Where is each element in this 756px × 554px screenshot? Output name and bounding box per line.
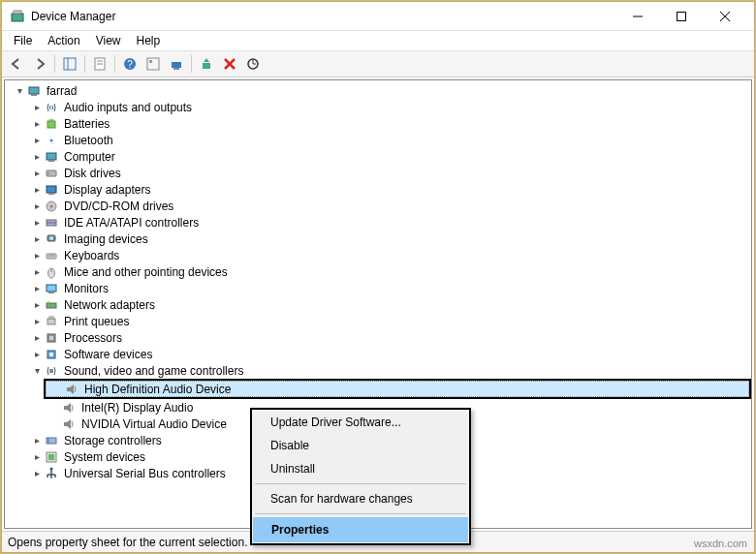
- svg-rect-22: [31, 94, 37, 96]
- expand-icon[interactable]: ▸: [30, 298, 44, 312]
- svg-rect-42: [47, 285, 56, 292]
- svg-rect-6: [64, 58, 76, 70]
- forward-button[interactable]: [29, 53, 50, 75]
- menu-view[interactable]: View: [88, 33, 129, 48]
- category-icon: [44, 231, 59, 247]
- expand-icon[interactable]: ▸: [30, 134, 44, 147]
- tree-category: ▸Batteries: [26, 115, 751, 132]
- svg-rect-44: [47, 303, 56, 308]
- svg-rect-17: [203, 63, 210, 69]
- expand-icon[interactable]: ▸: [30, 450, 44, 464]
- svg-rect-55: [64, 422, 67, 426]
- tree-category: ▸IDE ATA/ATAPI controllers: [26, 214, 751, 231]
- maximize-button[interactable]: [659, 3, 703, 30]
- expand-icon[interactable]: ▸: [30, 348, 44, 361]
- category-icon: [44, 248, 59, 263]
- tree-item[interactable]: ▸Network adapters: [26, 296, 751, 313]
- show-hide-tree-button[interactable]: [59, 53, 80, 75]
- tree-item[interactable]: ▸Print queues: [26, 313, 751, 329]
- expand-icon[interactable]: ▸: [30, 232, 44, 246]
- tree-item[interactable]: ▸IDE ATA/ATAPI controllers: [26, 214, 751, 231]
- expand-icon[interactable]: ▸: [30, 467, 44, 480]
- toolbar-separator: [191, 55, 192, 73]
- tree-item[interactable]: ▸Mice and other pointing devices: [26, 263, 751, 280]
- expand-icon[interactable]: ▸: [30, 117, 44, 131]
- close-button[interactable]: [703, 3, 746, 30]
- tree-device[interactable]: High Definition Audio Device: [46, 381, 749, 397]
- tree-item[interactable]: ▸Monitors: [26, 280, 751, 296]
- tree-item[interactable]: ▸Computer: [26, 148, 751, 165]
- svg-rect-54: [64, 406, 67, 410]
- context-properties[interactable]: Properties: [253, 517, 468, 542]
- svg-rect-1: [14, 11, 21, 14]
- expand-icon[interactable]: ▸: [30, 315, 44, 328]
- menu-file[interactable]: File: [6, 33, 40, 48]
- tree-item[interactable]: ▸Batteries: [26, 115, 751, 132]
- expand-icon[interactable]: ▸: [30, 216, 44, 230]
- expand-icon[interactable]: ▸: [30, 331, 44, 345]
- expand-icon[interactable]: ▸: [30, 101, 44, 114]
- tree-category: ▸Imaging devices: [26, 231, 751, 247]
- selected-device-outline: High Definition Audio Device: [44, 379, 751, 399]
- back-button[interactable]: [6, 53, 27, 75]
- tree-item-label: Network adapters: [62, 298, 157, 312]
- category-icon: [44, 215, 59, 231]
- view-by-type-button[interactable]: [142, 53, 164, 75]
- tree-item[interactable]: ▸Bluetooth: [26, 132, 751, 148]
- tree-category: ▸Audio inputs and outputs: [26, 99, 751, 115]
- svg-rect-3: [677, 12, 685, 20]
- expand-icon[interactable]: ▸: [30, 167, 44, 180]
- tree-category: ▸Print queues: [26, 313, 751, 329]
- minimize-button[interactable]: [615, 3, 659, 30]
- root-node[interactable]: ▾ farrad: [9, 82, 751, 99]
- svg-rect-24: [49, 119, 51, 121]
- scan-hardware-button[interactable]: [242, 53, 264, 75]
- expand-icon[interactable]: ▸: [30, 200, 44, 213]
- tree-item[interactable]: ▸Processors: [26, 329, 751, 346]
- speaker-icon: [61, 400, 77, 416]
- category-icon: [44, 149, 59, 165]
- expand-icon[interactable]: ▸: [30, 282, 44, 295]
- menubar: File Action View Help: [2, 31, 754, 50]
- svg-rect-15: [172, 62, 181, 68]
- tree-item[interactable]: ▸Audio inputs and outputs: [26, 99, 751, 115]
- context-disable[interactable]: Disable: [253, 434, 468, 457]
- svg-point-60: [50, 467, 53, 470]
- menu-action[interactable]: Action: [40, 33, 87, 48]
- tree-category: ▸Computer: [26, 148, 751, 165]
- tree-category: ▸DVD/CD-ROM drives: [26, 198, 751, 214]
- tree-item[interactable]: ▸Disk drives: [26, 165, 751, 181]
- expand-icon[interactable]: ▸: [30, 265, 44, 279]
- tree-item[interactable]: ▾Sound, video and game controllers: [26, 362, 751, 379]
- svg-rect-14: [149, 60, 152, 63]
- tree-category: ▸Disk drives: [26, 165, 751, 181]
- tree-item-label: DVD/CD-ROM drives: [62, 200, 175, 213]
- tree-item-label: Keyboards: [62, 249, 121, 262]
- computer-icon: [26, 83, 42, 99]
- uninstall-button[interactable]: [219, 53, 240, 75]
- expand-icon[interactable]: ▸: [30, 434, 44, 447]
- svg-rect-47: [49, 317, 53, 319]
- expand-icon[interactable]: ▸: [30, 249, 44, 262]
- menu-help[interactable]: Help: [129, 33, 169, 48]
- category-icon: [44, 433, 59, 448]
- root-label: farrad: [45, 84, 79, 98]
- context-uninstall[interactable]: Uninstall: [253, 457, 468, 480]
- tree-item[interactable]: ▸Imaging devices: [26, 231, 751, 247]
- collapse-icon[interactable]: ▾: [30, 364, 44, 378]
- view-by-connection-button[interactable]: [166, 53, 187, 75]
- context-scan-hardware[interactable]: Scan for hardware changes: [253, 487, 468, 510]
- context-update-driver[interactable]: Update Driver Software...: [253, 411, 468, 434]
- tree-category: ▸Keyboards: [26, 247, 751, 263]
- tree-item[interactable]: ▸DVD/CD-ROM drives: [26, 198, 751, 214]
- help-button[interactable]: ?: [119, 53, 141, 75]
- tree-item[interactable]: ▸Keyboards: [26, 247, 751, 263]
- tree-item[interactable]: ▸Display adapters: [26, 181, 751, 198]
- update-driver-button[interactable]: [196, 53, 217, 75]
- watermark: wsxdn.com: [694, 538, 747, 549]
- tree-item[interactable]: ▸Software devices: [26, 346, 751, 362]
- properties-button[interactable]: [89, 53, 110, 75]
- expander-icon[interactable]: ▾: [13, 84, 26, 98]
- expand-icon[interactable]: ▸: [30, 183, 44, 197]
- expand-icon[interactable]: ▸: [30, 150, 44, 164]
